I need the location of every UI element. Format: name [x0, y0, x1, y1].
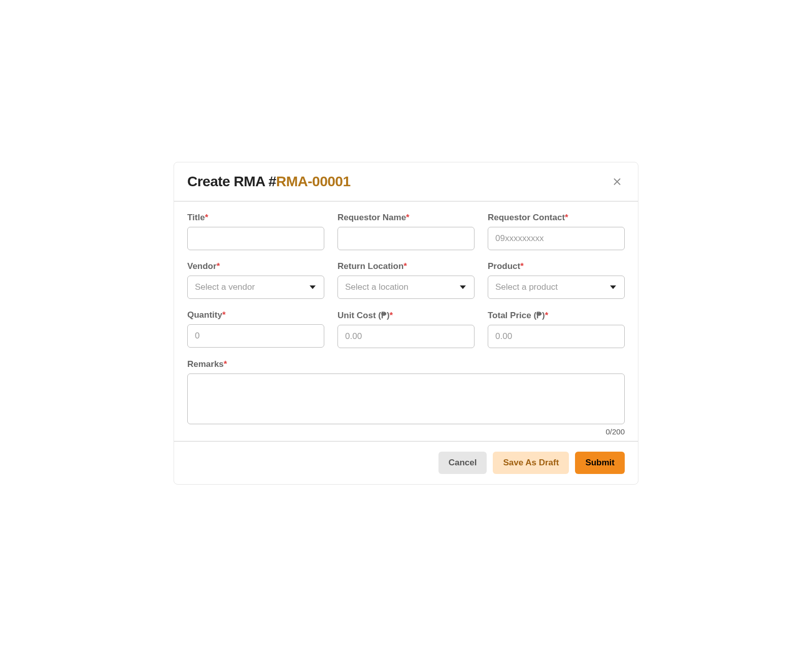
remarks-textarea[interactable]	[187, 373, 625, 424]
char-counter: 0/200	[187, 427, 625, 436]
submit-button[interactable]: Submit	[575, 452, 625, 474]
save-draft-button[interactable]: Save As Draft	[493, 452, 569, 474]
requestor-name-input[interactable]	[337, 227, 475, 250]
close-icon	[612, 176, 623, 187]
return-location-select-placeholder: Select a location	[345, 282, 409, 292]
form-grid: Title* Requestor Name* Requestor Contact…	[187, 213, 625, 436]
requestor-contact-input[interactable]	[488, 227, 625, 250]
return-location-label: Return Location*	[337, 261, 475, 271]
field-quantity: Quantity*	[187, 310, 324, 348]
required-mark: *	[390, 311, 393, 320]
unit-cost-label: Unit Cost (₱)*	[337, 310, 475, 321]
quantity-label: Quantity*	[187, 310, 324, 320]
requestor-contact-label: Requestor Contact*	[488, 213, 625, 223]
chevron-down-icon	[610, 285, 616, 289]
unit-cost-input[interactable]	[337, 325, 475, 348]
required-mark: *	[224, 359, 227, 369]
chevron-down-icon	[310, 285, 316, 289]
required-mark: *	[520, 261, 524, 271]
field-title: Title*	[187, 213, 324, 250]
vendor-select-placeholder: Select a vendor	[195, 282, 255, 292]
field-requestor-name: Requestor Name*	[337, 213, 475, 250]
field-remarks: Remarks* 0/200	[187, 359, 625, 436]
create-rma-modal: Create RMA #RMA-00001 Title* Requestor N…	[174, 162, 638, 485]
chevron-down-icon	[460, 285, 466, 289]
required-mark: *	[565, 213, 568, 222]
field-product: Product* Select a product	[488, 261, 625, 299]
required-mark: *	[406, 213, 410, 222]
required-mark: *	[545, 311, 549, 320]
requestor-name-label: Requestor Name*	[337, 213, 475, 223]
product-label: Product*	[488, 261, 625, 271]
required-mark: *	[403, 261, 407, 271]
quantity-input[interactable]	[187, 324, 324, 348]
field-return-location: Return Location* Select a location	[337, 261, 475, 299]
cancel-button[interactable]: Cancel	[438, 452, 487, 474]
total-price-input[interactable]	[488, 325, 625, 348]
remarks-label: Remarks*	[187, 359, 625, 369]
total-price-label: Total Price (₱)*	[488, 310, 625, 321]
required-mark: *	[205, 213, 209, 222]
field-vendor: Vendor* Select a vendor	[187, 261, 324, 299]
product-select-placeholder: Select a product	[495, 282, 558, 292]
required-mark: *	[222, 310, 226, 320]
rma-number: RMA-00001	[276, 174, 350, 189]
vendor-label: Vendor*	[187, 261, 324, 271]
modal-header: Create RMA #RMA-00001	[174, 162, 638, 201]
product-select[interactable]: Select a product	[488, 276, 625, 299]
field-requestor-contact: Requestor Contact*	[488, 213, 625, 250]
required-mark: *	[217, 261, 220, 271]
return-location-select[interactable]: Select a location	[337, 276, 475, 299]
close-button[interactable]	[610, 174, 625, 189]
modal-title: Create RMA #RMA-00001	[187, 174, 350, 190]
modal-body: Title* Requestor Name* Requestor Contact…	[174, 201, 638, 441]
modal-footer: Cancel Save As Draft Submit	[174, 441, 638, 484]
vendor-select[interactable]: Select a vendor	[187, 276, 324, 299]
title-label: Title*	[187, 213, 324, 223]
title-prefix: Create RMA #	[187, 174, 276, 189]
field-unit-cost: Unit Cost (₱)*	[337, 310, 475, 348]
title-input[interactable]	[187, 227, 324, 250]
field-total-price: Total Price (₱)*	[488, 310, 625, 348]
